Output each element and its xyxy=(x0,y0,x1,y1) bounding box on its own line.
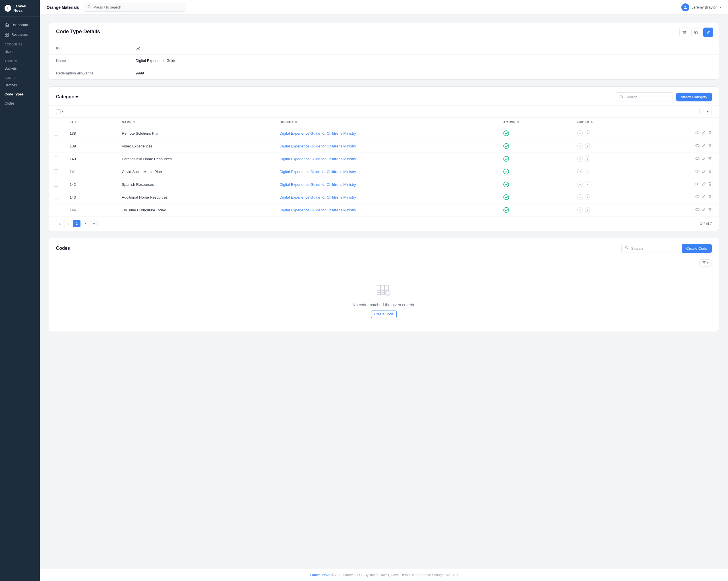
order-down-button[interactable] xyxy=(585,156,590,162)
categories-search-input[interactable] xyxy=(626,95,669,99)
sidebar-item-codes[interactable]: Codes xyxy=(0,99,40,108)
app-logo[interactable]: L Laravel Nova xyxy=(0,0,40,17)
pagination-first[interactable]: « xyxy=(56,220,63,227)
sidebar-item-dashboard[interactable]: Dashboard xyxy=(0,20,40,30)
th-order[interactable]: ORDER ⇅ xyxy=(570,118,644,127)
bucket-link[interactable]: Digital Experience Guide for Childrens M… xyxy=(280,195,356,199)
order-up-button[interactable] xyxy=(577,156,583,162)
create-code-button-top[interactable]: Create Code xyxy=(682,244,712,253)
delete-row-button[interactable] xyxy=(708,169,712,174)
th-bucket[interactable]: BUCKET ⇅ xyxy=(273,118,496,127)
row-active xyxy=(496,191,570,204)
codes-search-input[interactable] xyxy=(631,246,675,251)
edit-button[interactable] xyxy=(703,28,713,37)
view-row-button[interactable] xyxy=(695,208,700,213)
bucket-link[interactable]: Digital Experience Guide for Childrens M… xyxy=(280,157,356,161)
view-row-button[interactable] xyxy=(695,169,700,174)
row-active xyxy=(496,204,570,217)
pagination-prev[interactable]: ‹ xyxy=(64,220,72,227)
order-up-button[interactable] xyxy=(577,194,583,200)
order-up-button[interactable] xyxy=(577,182,583,187)
delete-row-button[interactable] xyxy=(708,182,712,187)
active-check-icon xyxy=(503,156,509,162)
edit-row-button[interactable] xyxy=(702,157,706,161)
topbar-search-container[interactable] xyxy=(84,3,186,12)
categories-filter-button[interactable]: ▾ xyxy=(699,108,712,115)
th-name[interactable]: NAME ⇅ xyxy=(115,118,273,127)
view-row-button[interactable] xyxy=(695,143,700,148)
bucket-link[interactable]: Digital Experience Guide for Childrens M… xyxy=(280,183,356,187)
sidebar-item-resources[interactable]: Resources xyxy=(0,30,40,39)
order-up-button[interactable] xyxy=(577,207,583,213)
edit-row-button[interactable] xyxy=(702,144,706,148)
edit-row-button[interactable] xyxy=(702,169,706,174)
select-all-checkbox[interactable] xyxy=(56,109,60,114)
bucket-link[interactable]: Digital Experience Guide for Childrens M… xyxy=(280,144,356,148)
row-checkbox[interactable] xyxy=(54,169,58,174)
order-down-button[interactable] xyxy=(585,131,590,136)
bucket-link[interactable]: Digital Experience Guide for Childrens M… xyxy=(280,170,356,174)
view-row-button[interactable] xyxy=(695,182,700,187)
row-checkbox[interactable] xyxy=(54,195,58,199)
delete-row-button[interactable] xyxy=(708,144,712,148)
pagination-last[interactable]: » xyxy=(90,220,98,227)
order-up-button[interactable] xyxy=(577,131,583,136)
checkbox-dropdown[interactable]: ▾ xyxy=(62,110,63,113)
view-row-button[interactable] xyxy=(695,195,700,200)
active-sort-icon: ⇅ xyxy=(517,121,519,124)
delete-row-button[interactable] xyxy=(708,195,712,199)
sidebar-item-users[interactable]: Users xyxy=(0,47,40,56)
footer: Laravel Nova © 2022 Laravel LLC · By Tay… xyxy=(40,569,728,581)
row-checkbox[interactable] xyxy=(54,131,58,136)
view-row-button[interactable] xyxy=(695,131,700,136)
order-down-button[interactable] xyxy=(585,169,590,174)
svg-rect-1 xyxy=(7,33,8,34)
edit-row-button[interactable] xyxy=(702,131,706,136)
order-down-button[interactable] xyxy=(585,207,590,213)
row-checkbox[interactable] xyxy=(54,144,58,148)
create-code-button-empty[interactable]: Create Code xyxy=(371,310,397,318)
sidebar-item-batches[interactable]: Batches xyxy=(0,81,40,90)
view-row-button[interactable] xyxy=(695,156,700,161)
delete-row-button[interactable] xyxy=(708,208,712,212)
delete-button[interactable] xyxy=(679,28,689,37)
duplicate-button[interactable] xyxy=(691,28,701,37)
edit-row-button[interactable] xyxy=(702,195,706,200)
footer-link[interactable]: Laravel Nova xyxy=(310,573,331,577)
order-down-button[interactable] xyxy=(585,182,590,187)
delete-row-button[interactable] xyxy=(708,157,712,161)
order-down-button[interactable] xyxy=(585,143,590,149)
row-checkbox[interactable] xyxy=(54,208,58,212)
order-up-button[interactable] xyxy=(577,169,583,174)
bucket-link[interactable]: Digital Experience Guide for Childrens M… xyxy=(280,208,356,212)
delete-row-button[interactable] xyxy=(708,131,712,136)
row-name: Remote Solutions Plan xyxy=(115,127,273,140)
row-name: Parent/Child Home Resources xyxy=(115,153,273,165)
edit-row-button[interactable] xyxy=(702,208,706,213)
svg-point-18 xyxy=(696,195,699,198)
order-down-button[interactable] xyxy=(585,194,590,200)
codes-search-box[interactable] xyxy=(621,244,678,253)
sidebar-item-code-types[interactable]: Code Types xyxy=(0,90,40,99)
bucket-link[interactable]: Digital Experience Guide for Childrens M… xyxy=(280,131,356,136)
categories-search-box[interactable] xyxy=(616,92,673,102)
th-id[interactable]: ID ⇅ xyxy=(63,118,115,127)
toolbar-left: ▾ xyxy=(56,109,63,114)
codes-filter-button[interactable]: ▾ xyxy=(699,259,712,267)
order-up-button[interactable] xyxy=(577,143,583,149)
th-active[interactable]: ACTIVE ⇅ xyxy=(496,118,570,127)
active-check-icon xyxy=(503,169,509,174)
svg-rect-2 xyxy=(5,35,6,36)
pagination-page-1[interactable]: 1 xyxy=(73,220,80,227)
table-row: 144 Try June Curriculum Today Digital Ex… xyxy=(49,204,719,217)
topbar-search-input[interactable] xyxy=(94,5,182,9)
sidebar-item-buckets[interactable]: Buckets xyxy=(0,64,40,73)
user-menu-chevron[interactable]: ▾ xyxy=(720,6,721,9)
pagination-next[interactable]: › xyxy=(82,220,89,227)
attach-category-button[interactable]: Attach Category xyxy=(676,93,712,102)
pagination-info: 1-7 of 7 xyxy=(700,222,712,226)
row-checkbox[interactable] xyxy=(54,182,58,187)
svg-point-19 xyxy=(697,196,698,197)
row-checkbox[interactable] xyxy=(54,157,58,161)
edit-row-button[interactable] xyxy=(702,182,706,187)
